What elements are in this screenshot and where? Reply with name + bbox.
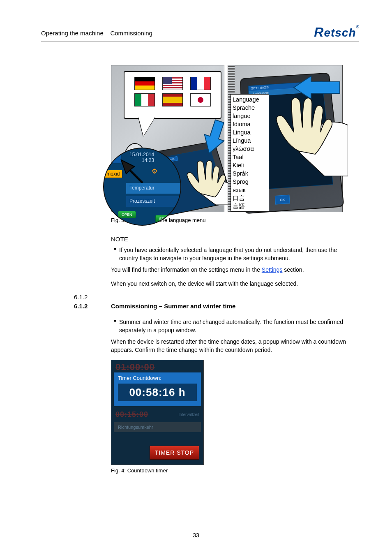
flag-japan-icon	[190, 93, 211, 106]
lang-item[interactable]: язык	[233, 186, 267, 194]
timer-faded-mid: 00:15:00	[115, 410, 148, 419]
timer-stop-button[interactable]: TIMER STOP	[150, 446, 199, 460]
bullet-icon: •	[111, 246, 119, 262]
open-button[interactable]: OPEN	[118, 211, 136, 218]
gear-icon: ⚙	[149, 167, 160, 176]
speech-bubble: ...	[124, 71, 221, 119]
lang-item[interactable]: Kieli	[233, 161, 267, 169]
lang-item[interactable]: Språk	[233, 169, 267, 178]
section-number: 6.1.2	[74, 294, 88, 301]
lang-item[interactable]: Sprog	[233, 178, 267, 186]
illustration-panel-right: SETTINGS 01.2014 Language Date CK	[228, 65, 343, 212]
illustration-panel-left: ... PROGRAM ▼ 15.01.201414:23	[111, 65, 224, 212]
figure-timer-countdown: 01:00:00 Timer Countdown: 00:58:16 h 00:…	[111, 360, 204, 465]
flag-france-icon	[190, 77, 211, 90]
bullet-icon: •	[111, 318, 119, 334]
lang-item[interactable]: Lingua	[233, 128, 267, 136]
section-paragraph: When the device is restarted after the t…	[111, 338, 353, 354]
lang-item[interactable]: Language	[233, 95, 267, 104]
note-paragraph-2: When you next switch on, the device will…	[111, 280, 353, 288]
section-bullet-text: Summer and winter time are not changed a…	[119, 318, 353, 334]
timer-label: Timer Countdown:	[118, 375, 197, 381]
figure-caption: Fig. 4: Countdown timer	[111, 467, 353, 474]
timer-popup: Timer Countdown: 00:58:16 h	[114, 372, 201, 406]
zoom-row-temperature: Temperatur	[126, 183, 180, 194]
language-list-popup: Language Sprache langue Idioma Lingua Lí…	[231, 94, 269, 212]
timer-faded-top: 01:00:00	[111, 360, 203, 372]
settings-link[interactable]: Settings	[262, 266, 283, 273]
lang-item[interactable]: Sprache	[233, 104, 267, 112]
brand-logo: RRetschetsch®	[314, 25, 359, 40]
hand-pointing-icon	[180, 152, 230, 205]
note-bullet-text: If you have accidentally selected a lang…	[119, 246, 353, 262]
flag-germany-icon	[134, 77, 155, 90]
figure-language-navigation: ... PROGRAM ▼ 15.01.201414:23	[111, 65, 353, 212]
interval-label: Intervallzeit	[178, 412, 199, 417]
lang-item[interactable]: Língua	[233, 136, 267, 145]
zoom-tag-label: ımoxid	[103, 170, 122, 178]
timer-value: 00:58:16 h	[118, 384, 197, 401]
note-paragraph: You will find further information on the…	[111, 266, 353, 274]
lang-item[interactable]: γλώσσα	[233, 145, 267, 153]
section-heading: 6.1.2Commissioning – Summer and winter t…	[111, 303, 353, 310]
flag-italy-icon	[134, 93, 155, 106]
lang-item[interactable]: Idioma	[233, 120, 267, 128]
lang-item[interactable]: Taal	[233, 153, 267, 161]
header-divider	[41, 42, 359, 42]
flag-spain-icon	[162, 93, 183, 106]
lang-item[interactable]: langue	[233, 112, 267, 120]
page-header-title: Operating the machine – Commissioning	[41, 30, 152, 40]
hand-pointing-icon	[262, 82, 348, 176]
arrow-pointer-blue-icon	[198, 118, 226, 155]
lang-item[interactable]: 言語	[233, 202, 267, 210]
back-button[interactable]: CK	[275, 195, 290, 205]
flag-usa-icon	[162, 77, 183, 90]
zoom-row-processtime: Prozesszeit	[126, 196, 180, 207]
page-number: 33	[193, 532, 199, 539]
lang-item[interactable]: 口言	[233, 194, 267, 202]
direction-reverse-row: Richtungsumkehr	[114, 422, 201, 432]
note-heading: NOTE	[111, 236, 353, 243]
zoom-circle: ▼ 15.01.201414:23 ımoxid ⚙ Temperatur Pr…	[103, 148, 181, 226]
